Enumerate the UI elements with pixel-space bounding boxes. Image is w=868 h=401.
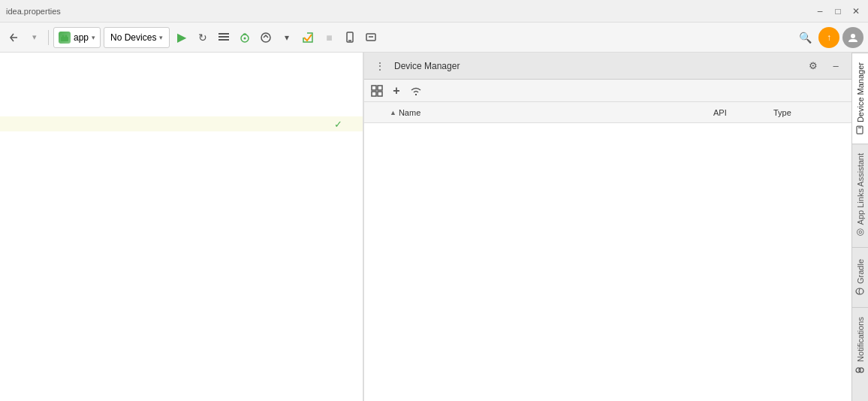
device-manager-tab-icon [855, 125, 866, 134]
sidebar-tab-notifications[interactable]: Notifications [852, 307, 868, 383]
svg-point-13 [851, 34, 855, 38]
debug-icon [239, 32, 251, 44]
svg-rect-5 [219, 39, 229, 41]
app-config-dropdown[interactable]: app ▾ [53, 27, 101, 48]
app-config-icon [59, 32, 71, 44]
device-manager-header: ⋮ Device Manager ⚙ – [364, 53, 851, 80]
gradle-tab-icon [855, 288, 866, 297]
sidebar-tab-app-links[interactable]: ◎ App Links Assistant [852, 143, 868, 247]
apply-changes-button[interactable] [299, 27, 317, 48]
back-icon [8, 32, 20, 44]
android-icon [60, 33, 69, 42]
app-links-tab-label: App Links Assistant [856, 153, 865, 225]
stop-button[interactable]: ■ [320, 27, 338, 48]
run-button[interactable]: ▶ [173, 27, 191, 48]
checkmark-icon: ✓ [334, 119, 342, 130]
no-devices-chevron: ▾ [159, 34, 163, 41]
svg-point-22 [857, 368, 861, 372]
sidebar-tab-device-manager[interactable]: Device Manager [852, 53, 868, 143]
col-type-label: Type [773, 108, 791, 117]
profile-icon [260, 32, 272, 44]
app-dropdown-chevron: ▾ [92, 34, 95, 41]
svg-rect-17 [378, 92, 382, 96]
svg-rect-16 [372, 92, 376, 96]
wifi-icon [409, 86, 423, 96]
device-manager-table-header: ▲ Name API Type [364, 102, 851, 123]
sdk-manager-icon [365, 32, 377, 44]
highlighted-row [0, 116, 363, 131]
svg-point-7 [244, 37, 246, 39]
device-manager-toolbar: + [364, 80, 851, 102]
separator-1 [48, 30, 49, 45]
forward-button[interactable]: ▾ [26, 27, 44, 48]
col-name-label: Name [399, 108, 420, 117]
more-profiling-button[interactable]: ▾ [278, 27, 296, 48]
avd-manager-button[interactable] [341, 27, 359, 48]
window-title: idea.properties [6, 7, 61, 16]
notifications-tab-icon [855, 365, 866, 374]
avd-manager-icon [344, 32, 356, 44]
svg-point-8 [261, 33, 270, 42]
device-manager-content [364, 123, 851, 401]
search-button[interactable]: 🔍 [794, 27, 815, 48]
svg-rect-15 [378, 86, 382, 90]
debug-button[interactable] [236, 27, 254, 48]
main-content: ✓ ⋮ Device Manager ⚙ – + [0, 53, 868, 401]
dm-grid-view-button[interactable] [369, 83, 385, 99]
dm-add-button[interactable]: + [388, 83, 405, 99]
svg-rect-14 [372, 86, 376, 90]
sdk-manager-button[interactable] [362, 27, 380, 48]
no-devices-label: No Devices [110, 32, 156, 43]
app-config-label: app [74, 32, 89, 43]
main-toolbar: ▾ app ▾ No Devices ▾ ▶ ↻ [0, 23, 868, 53]
close-button[interactable]: ✕ [850, 5, 862, 17]
svg-point-2 [65, 35, 68, 37]
sort-arrow-icon: ▲ [390, 109, 396, 116]
svg-point-1 [62, 35, 65, 37]
svg-rect-4 [219, 36, 229, 38]
run-config-button[interactable] [215, 27, 233, 48]
list-icon [218, 32, 230, 43]
table-name-col[interactable]: ▲ Name [385, 108, 709, 117]
gradle-tab-label: Gradle [856, 259, 865, 284]
device-manager-tab-label: Device Manager [856, 62, 865, 122]
profile-button[interactable] [257, 27, 275, 48]
grid-view-icon [371, 85, 383, 97]
table-type-col[interactable]: Type [769, 108, 829, 117]
app-links-tab-icon: ◎ [855, 228, 866, 238]
refresh-button[interactable]: ↻ [194, 27, 212, 48]
svg-rect-3 [219, 33, 229, 35]
dm-options-button[interactable]: ⋮ [372, 60, 388, 72]
col-api-label: API [713, 108, 727, 117]
back-button[interactable] [5, 27, 23, 48]
device-manager-panel: ⋮ Device Manager ⚙ – + [363, 53, 851, 401]
apply-changes-icon [302, 32, 314, 44]
right-sidebar: Device Manager ◎ App Links Assistant Gra… [851, 53, 868, 401]
editor-panel: ✓ [0, 53, 363, 401]
account-button[interactable] [842, 27, 863, 48]
dm-wifi-button[interactable] [408, 83, 424, 99]
window-controls: – □ ✕ [814, 5, 862, 17]
minimize-button[interactable]: – [814, 5, 826, 17]
update-button[interactable]: ↑ [818, 27, 839, 48]
maximize-button[interactable]: □ [832, 5, 844, 17]
sidebar-tab-gradle[interactable]: Gradle [852, 247, 868, 307]
title-bar: idea.properties – □ ✕ [0, 0, 868, 23]
account-icon [847, 32, 859, 44]
dm-settings-button[interactable]: ⚙ [805, 58, 821, 74]
dm-minimize-button[interactable]: – [827, 58, 844, 74]
table-api-col[interactable]: API [709, 108, 769, 117]
notifications-tab-label: Notifications [856, 317, 865, 362]
svg-rect-0 [61, 37, 68, 41]
no-devices-dropdown[interactable]: No Devices ▾ [104, 27, 170, 48]
device-manager-title: Device Manager [394, 61, 799, 71]
